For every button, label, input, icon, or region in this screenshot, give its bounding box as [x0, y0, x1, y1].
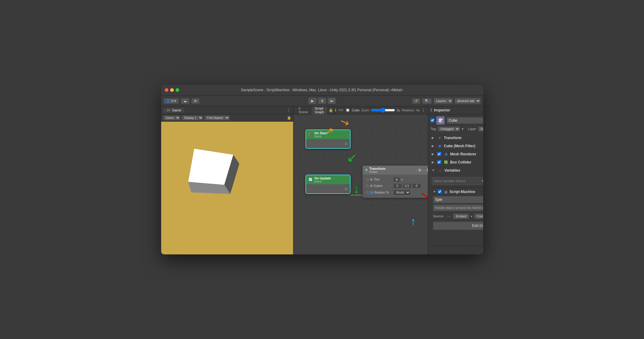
- zoom-value: 1x: [397, 109, 400, 112]
- main-toolbar: 👤 D ▾ ☁ ⚙ ▶ ⏸ ⏭ ↺ 🔍 Layers abstract-tall: [161, 96, 483, 107]
- account-button[interactable]: 👤 D ▾: [164, 98, 179, 104]
- start-flag-icon: 🚩: [308, 132, 313, 136]
- step-button[interactable]: ⏭: [327, 98, 336, 104]
- source-label: Source: [433, 214, 443, 218]
- mesh-renderer-icon: ▦: [443, 152, 448, 157]
- embed-dropdown-icon[interactable]: ▾: [471, 215, 472, 218]
- variables-expand-icon: ▼: [432, 169, 435, 172]
- field-eulers: ⊕ Eulers: [365, 183, 428, 189]
- game-select[interactable]: Game: [163, 115, 180, 120]
- info-icon: ℹ: [335, 108, 336, 112]
- mesh-filter-icon: ▦: [437, 144, 442, 148]
- embed-button[interactable]: Embed: [453, 213, 469, 219]
- va-label: Va: [416, 109, 420, 112]
- this-dot-icon: ●: [401, 178, 403, 181]
- this-target[interactable]: ⊕: [393, 177, 400, 182]
- script-graph-tab[interactable]: Script Graph: [312, 107, 327, 115]
- edit-graph-button[interactable]: Edit Graph: [433, 222, 483, 230]
- main-content: 🎮 Game ⋮ Game Display 1 Free Aspect 🔒: [161, 107, 483, 254]
- inspector-header: ℹ Inspector 🔒 ⋮: [428, 107, 483, 114]
- rotate-ports: → ▷ → ▷: [414, 168, 428, 172]
- game-tab[interactable]: 🎮 Game: [164, 108, 184, 113]
- component-mesh-filter[interactable]: ▶ ▦ Cube (Mesh Filter) ? ⚙ ⋮: [431, 142, 483, 150]
- scene-tab[interactable]: # Scene: [296, 107, 311, 115]
- relative-select[interactable]: World: [394, 190, 410, 195]
- toolbar-right: ↺ 🔍 Layers abstract-tall: [412, 98, 481, 104]
- layers-select[interactable]: Layers: [434, 98, 453, 104]
- add-variable-button[interactable]: +: [481, 178, 483, 184]
- euler-y-input[interactable]: [403, 184, 411, 188]
- mesh-renderer-checkbox[interactable]: [437, 152, 441, 156]
- object-name-input[interactable]: [446, 117, 483, 124]
- transform-name: Transform: [444, 136, 483, 140]
- component-box-collider[interactable]: ▶ 🟩 Box Collider ? ⚙ ⋮: [431, 158, 483, 166]
- script-graph-toolbar: 🔒 ℹ </> 🔲 Cube Zoom 1x Relations Va: [327, 108, 421, 113]
- search-button[interactable]: 🔍: [422, 98, 432, 104]
- layout-select[interactable]: abstract-tall: [455, 98, 481, 104]
- aspect-select[interactable]: Free Aspect: [204, 115, 230, 120]
- left-panel-menu[interactable]: ⋮: [287, 108, 291, 113]
- node-transform-rotate[interactable]: ⊕ Transform Rotate → ▷ → ▷: [363, 166, 428, 198]
- variables-name: Variables: [444, 168, 483, 173]
- new-variable-row: (New Variable Name) +: [432, 177, 483, 185]
- rotate-out-arrow: →: [422, 168, 426, 172]
- start-arrow-icon: →: [308, 142, 312, 146]
- tag-dropdown[interactable]: ▾: [462, 127, 464, 131]
- node-on-start[interactable]: 🚩 On Start Event → ▷: [305, 129, 351, 149]
- scene-hash-icon: #: [299, 107, 301, 110]
- cloud-button[interactable]: ☁: [181, 98, 189, 104]
- center-panel-menu[interactable]: ⋮: [421, 108, 425, 113]
- convert-button[interactable]: Convert: [474, 213, 483, 219]
- component-transform[interactable]: ▶ ⊕ Transform ? ⚙ ⋮: [431, 134, 483, 142]
- breadcrumb-label: Cube: [352, 108, 360, 112]
- component-variables[interactable]: ▼ ◇ Variables ? ⚙ ⋮: [431, 166, 483, 175]
- layer-select[interactable]: Default: [478, 126, 483, 132]
- this-icon: ⊕: [370, 177, 373, 182]
- unity-window: SampleScene - ScriptMachine - Windows, M…: [161, 85, 483, 254]
- pause-button[interactable]: ⏸: [318, 98, 326, 104]
- dropdown-icon: ▾: [174, 99, 176, 103]
- box-collider-checkbox[interactable]: [437, 160, 441, 164]
- game-toolbar: Game Display 1 Free Aspect 🔒: [161, 114, 293, 122]
- script-machine-section: ▼ ◉ Script Machine ? ⚙ ⋮ ↙: [431, 187, 483, 232]
- spin-field[interactable]: [433, 196, 483, 203]
- relative-port-circle: [366, 191, 369, 194]
- close-button[interactable]: [165, 88, 168, 92]
- minimize-button[interactable]: [170, 88, 174, 92]
- node-on-update[interactable]: 🔄 On Update Event → ▷: [305, 175, 351, 194]
- graph-canvas[interactable]: 🚩 On Start Event → ▷: [293, 114, 428, 254]
- orange-arrow-1: ↘: [338, 115, 351, 130]
- maximize-button[interactable]: [176, 88, 179, 92]
- update-output-port: → ▷: [308, 186, 348, 191]
- update-icon: 🔄: [308, 178, 313, 182]
- play-controls: ▶ ⏸ ⏭: [308, 98, 336, 104]
- history-button[interactable]: ↺: [412, 98, 420, 104]
- lock-icon: 🔒: [287, 116, 291, 120]
- right-panel: ℹ Inspector 🔒 ⋮ 🎲 Static ▾: [428, 107, 483, 254]
- inspector-content: 🎲 Static ▾ Tag Untagged ▾ Layer: [428, 114, 483, 246]
- code-icon: </>: [338, 108, 343, 112]
- sm-icon: ◉: [444, 189, 448, 194]
- tag-select[interactable]: Untagged: [438, 126, 460, 132]
- zoom-label: Zoom: [361, 109, 369, 112]
- lock-sg-icon: 🔒: [329, 108, 333, 112]
- rotate-in-arrow: →: [414, 168, 418, 172]
- object-icon: 🎲: [436, 116, 445, 125]
- start-output-port: → ▷: [308, 141, 348, 146]
- object-active-checkbox[interactable]: [431, 118, 434, 122]
- zoom-slider[interactable]: [371, 108, 395, 113]
- account-icon: 👤: [166, 99, 170, 103]
- play-button[interactable]: ▶: [308, 98, 317, 104]
- display-select[interactable]: Display 1: [182, 115, 203, 120]
- center-panel-tabs: # Scene Script Graph 🔒 ℹ </> 🔲 Cube Zoom…: [293, 107, 428, 114]
- sm-checkbox[interactable]: [438, 190, 442, 194]
- euler-x-input[interactable]: [393, 184, 402, 188]
- node-rotate-header: ⊕ Transform Rotate → ▷ → ▷: [363, 166, 428, 175]
- source-arrow: →: [445, 213, 451, 220]
- component-mesh-renderer[interactable]: ▶ ▦ Mesh Renderer ? ⚙ ⋮: [431, 150, 483, 158]
- inspector-bottom: 🚫 🔧 🚫 ✓: [428, 246, 483, 254]
- node-update-body: → ▷: [306, 184, 350, 193]
- collab-button[interactable]: ⚙: [191, 98, 200, 104]
- euler-z-input[interactable]: [412, 184, 421, 188]
- cyan-arrow: ↑: [411, 215, 416, 228]
